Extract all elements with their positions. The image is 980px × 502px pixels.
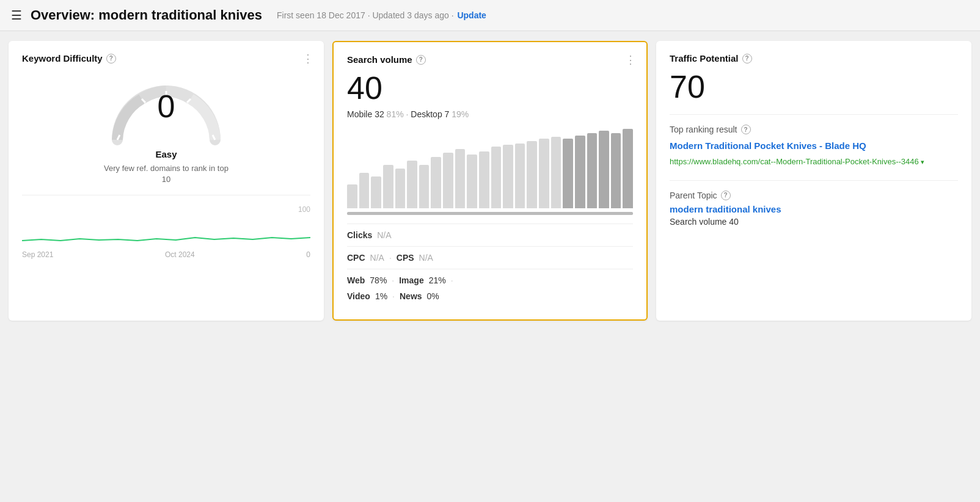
sv-desktop-pct: 19% <box>452 109 469 119</box>
tp-ranking-link-url[interactable]: https://www.bladehq.com/cat--Modern-Trad… <box>670 156 958 168</box>
sv-scrollbar <box>347 212 633 215</box>
tp-url-dropdown-icon[interactable]: ▾ <box>921 158 924 166</box>
kd-menu-icon[interactable]: ⋮ <box>302 52 314 65</box>
gauge-center: 0 <box>158 90 175 122</box>
sv-clicks-label: Clicks <box>347 230 372 240</box>
sv-bar-item <box>491 147 502 208</box>
sv-web-label: Web <box>347 275 365 285</box>
tp-card-title: Traffic Potential ? <box>670 53 958 64</box>
kd-chart-area: 100 <box>22 205 310 248</box>
sv-bar-item <box>623 129 633 208</box>
sv-cps-val: N/A <box>419 253 433 263</box>
sv-bar-item <box>455 149 466 209</box>
tp-top-ranking-help-icon[interactable]: ? <box>741 125 751 134</box>
tp-parent-help-icon[interactable]: ? <box>721 191 731 200</box>
sv-cpc-cps-row: CPC N/A · CPS N/A <box>347 246 633 269</box>
tp-help-icon[interactable]: ? <box>742 54 752 64</box>
tp-parent-sv: Search volume 40 <box>670 217 958 227</box>
kd-description: Very few ref. domains to rank in top 10 <box>99 163 233 185</box>
tp-parent-topic-link[interactable]: modern traditional knives <box>670 204 958 214</box>
sv-mobile-label: Mobile <box>347 109 372 119</box>
header: ☰ Overview: modern traditional knives Fi… <box>0 0 980 31</box>
kd-trend-chart <box>22 205 310 242</box>
sv-bar-item <box>371 176 381 208</box>
sv-bar-item <box>431 157 441 209</box>
sv-menu-icon[interactable]: ⋮ <box>625 53 637 67</box>
search-volume-card: Search volume ? ⋮ 40 Mobile 32 81% · Des… <box>332 41 648 321</box>
sv-cpc-label: CPC <box>347 253 365 263</box>
tp-top-ranking-label: Top ranking result ? <box>670 125 958 134</box>
page-title: Overview: modern traditional knives <box>31 7 262 23</box>
kd-time-labels: Sep 2021 Oct 2024 0 <box>22 250 310 259</box>
sv-bar-item <box>551 137 561 208</box>
tp-ranking-link-title[interactable]: Modern Traditional Pocket Knives - Blade… <box>670 140 866 151</box>
sv-chart-container <box>347 129 633 215</box>
sv-bar-chart <box>347 129 633 208</box>
sv-bar-item <box>359 173 370 209</box>
sv-bar-item <box>347 184 357 208</box>
sv-bar-item <box>383 165 393 209</box>
sv-value: 40 <box>347 71 633 106</box>
sv-mobile-pct: 81% <box>387 109 404 119</box>
sv-breakdown: Mobile 32 81% · Desktop 7 19% <box>347 109 633 119</box>
sv-desktop-label: Desktop <box>411 109 442 119</box>
kd-chart-max-label: 100 <box>298 205 310 214</box>
sv-card-title: Search volume ? <box>347 54 633 65</box>
sv-bar-item <box>503 145 513 208</box>
kd-time-end: Oct 2024 <box>165 250 195 259</box>
sv-bar-item <box>467 155 477 208</box>
sv-news-pct: 0% <box>427 291 439 301</box>
sv-video-pct: 1% <box>375 291 387 301</box>
sv-desktop-val: 7 <box>445 109 450 119</box>
menu-icon[interactable]: ☰ <box>11 8 22 23</box>
gauge-wrapper: 0 <box>105 76 227 143</box>
sv-image-pct: 21% <box>429 275 446 285</box>
sv-bar-item <box>527 141 537 209</box>
sv-bar-item <box>539 139 549 208</box>
sv-bar-item <box>587 133 598 209</box>
sv-cpc-val: N/A <box>370 253 384 263</box>
sv-bar-item <box>407 161 417 208</box>
sv-web-pct: 78% <box>370 275 387 285</box>
sv-cps-label: CPS <box>397 253 414 263</box>
tp-divider-1 <box>670 114 958 115</box>
sv-bar-item <box>443 153 453 208</box>
kd-divider <box>22 195 310 195</box>
tp-divider-2 <box>670 180 958 181</box>
kd-help-icon[interactable]: ? <box>106 54 116 64</box>
sv-image-label: Image <box>399 275 423 285</box>
sv-bar-item <box>611 133 621 209</box>
sv-scrollbar-thumb <box>347 212 633 215</box>
kd-gauge: 0 <box>22 76 310 143</box>
tp-parent-topic-label: Parent Topic ? <box>670 191 958 200</box>
sv-bar-item <box>563 139 573 208</box>
traffic-potential-card: Traffic Potential ? 70 Top ranking resul… <box>656 41 971 321</box>
kd-time-start: Sep 2021 <box>22 250 53 259</box>
keyword-difficulty-card: Keyword Difficulty ? ⋮ <box>9 41 324 321</box>
kd-card-title: Keyword Difficulty ? <box>22 53 310 64</box>
kd-value: 0 <box>158 90 175 122</box>
sv-help-icon[interactable]: ? <box>416 55 426 65</box>
sv-bar-item <box>395 169 406 208</box>
sv-web-image-row: Web 78% · Image 21% · <box>347 269 633 291</box>
sv-bar-item <box>575 136 585 209</box>
sv-video-news-row: Video 1% · News 0% <box>347 291 633 307</box>
header-first-seen: First seen 18 Dec 2017 · Updated 3 days … <box>277 10 486 20</box>
update-link[interactable]: Update <box>457 10 486 20</box>
sv-video-label: Video <box>347 291 370 301</box>
kd-time-end-val: 0 <box>306 250 310 259</box>
sv-mobile-val: 32 <box>375 109 384 119</box>
sv-bar-item <box>515 144 525 209</box>
sv-bar-item <box>479 151 489 209</box>
sv-clicks-val: N/A <box>377 230 391 240</box>
sv-stats: Clicks N/A CPC N/A · CPS N/A Web 78% · I… <box>347 224 633 307</box>
sv-clicks-row: Clicks N/A <box>347 224 633 246</box>
sv-news-label: News <box>400 291 422 301</box>
kd-difficulty-label: Easy <box>22 149 310 159</box>
sv-bar-item <box>419 165 430 209</box>
tp-value: 70 <box>670 70 958 104</box>
main-grid: Keyword Difficulty ? ⋮ <box>0 31 980 330</box>
sv-bar-item <box>599 131 609 208</box>
